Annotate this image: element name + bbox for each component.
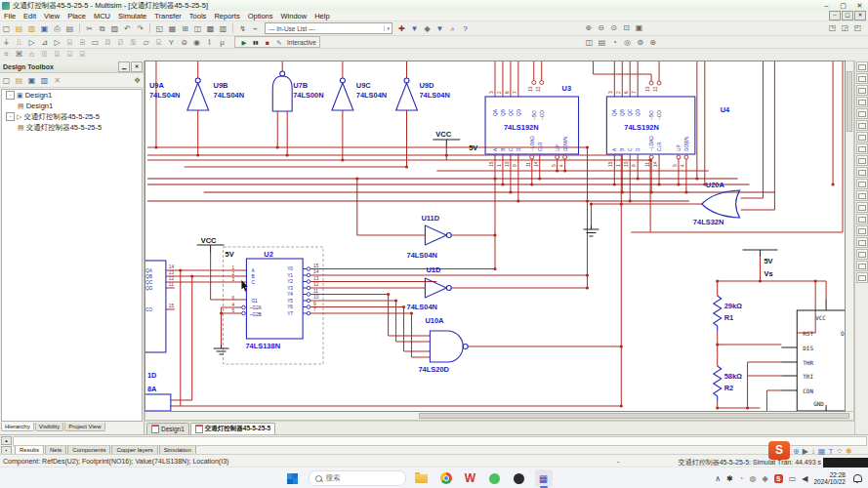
- interactive-label[interactable]: Interactive: [287, 39, 316, 46]
- toggle-grid-icon[interactable]: ◱: [154, 23, 165, 34]
- tree-expander[interactable]: -: [6, 91, 15, 100]
- menu-reports[interactable]: Reports: [210, 12, 243, 20]
- bus-icon[interactable]: ⌁: [250, 23, 261, 34]
- schematic-canvas[interactable]: U9A74LS04NU9B74LS04NU7B74LS00NU9C74LS04N…: [145, 61, 846, 412]
- breadboard-icon[interactable]: ◰: [852, 22, 863, 33]
- save-icon[interactable]: ▣: [39, 23, 50, 34]
- transistor-icon[interactable]: ⊿: [39, 37, 50, 48]
- print-icon[interactable]: ⎙: [52, 23, 62, 34]
- function-generator-instrument-button[interactable]: [856, 73, 868, 84]
- tab-Visibility[interactable]: Visibility: [35, 423, 64, 431]
- goto-parent-icon[interactable]: ⌂: [26, 49, 37, 60]
- bus-vector-icon[interactable]: ⍗: [52, 49, 62, 60]
- undo-icon[interactable]: ↶: [122, 23, 133, 34]
- cut-icon[interactable]: ✂: [84, 23, 95, 34]
- probe-settings-icon[interactable]: ◎: [622, 37, 633, 48]
- chrome-icon[interactable]: [437, 469, 455, 487]
- print-preview-icon[interactable]: ▤: [64, 23, 75, 34]
- word-generator-instrument-button[interactable]: [856, 143, 868, 154]
- toolbox-new-icon[interactable]: ▢: [1, 75, 12, 86]
- minimize-button[interactable]: –: [818, 2, 835, 10]
- iv-analyzer-instrument-button[interactable]: [856, 179, 868, 189]
- mixed-icon[interactable]: ⌼: [103, 37, 113, 48]
- cmos-icon[interactable]: ⌹: [77, 37, 88, 48]
- network-analyzer-instrument-button[interactable]: [856, 214, 868, 224]
- current-clamp-instrument-button[interactable]: [856, 272, 868, 283]
- overlay-text-icon[interactable]: T: [828, 447, 833, 456]
- toolbox-options-icon[interactable]: ❖: [132, 75, 143, 86]
- taskbar-clock[interactable]: 22:28 2024/10/22: [813, 471, 846, 486]
- new-sheet-icon[interactable]: ⌘: [14, 49, 24, 60]
- distortion-analyzer-instrument-button[interactable]: [856, 190, 868, 201]
- spreadsheet-expand-button[interactable]: ▴: [1, 436, 12, 445]
- overlay-download-icon[interactable]: ↓: [811, 447, 815, 456]
- paste-icon[interactable]: ▨: [109, 23, 120, 34]
- tree-expander[interactable]: -: [6, 112, 15, 121]
- tree-item[interactable]: -▣Design1: [2, 90, 142, 101]
- new-component-icon[interactable]: ✚: [396, 23, 407, 34]
- pause-simulation-button[interactable]: ▮▮: [251, 37, 261, 48]
- toolbox-open-icon[interactable]: ▤: [14, 75, 24, 86]
- design-toolbox-icon[interactable]: ▩: [205, 23, 216, 34]
- taskbar-search[interactable]: 搜索: [309, 470, 406, 486]
- advanced-peripherals-icon[interactable]: ⌻: [153, 37, 164, 48]
- menu-transfer[interactable]: Transfer: [150, 12, 186, 20]
- basic-icon[interactable]: ⎍: [14, 37, 24, 48]
- grapher-icon[interactable]: ◫: [584, 37, 595, 48]
- subcircuit-icon[interactable]: ⍐: [39, 49, 50, 60]
- tray-expand-icon[interactable]: ∧: [715, 474, 721, 483]
- probe-icon[interactable]: ◔: [609, 37, 620, 48]
- analog-icon[interactable]: ▷: [52, 37, 62, 48]
- agilent-function-generator-instrument-button[interactable]: [856, 225, 868, 236]
- indicator-icon[interactable]: ⍁: [115, 37, 126, 48]
- mcu-icon[interactable]: μ: [217, 37, 227, 48]
- menu-help[interactable]: Help: [310, 12, 333, 20]
- electromechanical-icon[interactable]: ⊜: [179, 37, 189, 48]
- spectrum-analyzer-instrument-button[interactable]: [856, 202, 868, 213]
- menu-simulate[interactable]: Simulate: [114, 12, 150, 20]
- mdi-close-button[interactable]: ✕: [854, 11, 866, 20]
- app-dark-icon[interactable]: [511, 469, 528, 487]
- toolbox-save-icon[interactable]: ▣: [26, 75, 37, 86]
- maximize-button[interactable]: ▢: [835, 2, 851, 10]
- rf-icon[interactable]: Y: [166, 37, 177, 48]
- logic-icon[interactable]: ◲: [840, 22, 850, 33]
- menu-place[interactable]: Place: [63, 12, 90, 20]
- current-probe-icon[interactable]: ⊕: [647, 37, 658, 48]
- horizontal-scrollbar[interactable]: [145, 412, 854, 421]
- four-channel-oscilloscope-instrument-button[interactable]: [856, 108, 868, 119]
- multisim-taskbar-icon[interactable]: ▦: [535, 469, 553, 487]
- close-button[interactable]: ✕: [851, 2, 868, 10]
- tray-vpn-icon[interactable]: ◔: [739, 474, 744, 483]
- tab-交通灯控制器45-5-25-5[interactable]: 交通灯控制器45-5-25-5: [190, 423, 275, 434]
- overlay-settings-icon[interactable]: ✱: [846, 447, 852, 456]
- file-explorer-icon[interactable]: [413, 469, 431, 487]
- vertical-scrollbar[interactable]: [846, 61, 854, 412]
- tektronix-oscilloscope-instrument-button[interactable]: [856, 261, 868, 271]
- tab-Design1[interactable]: Design1: [146, 423, 189, 434]
- analyses-icon[interactable]: ▤: [597, 37, 607, 48]
- transfer-icon[interactable]: ▼: [434, 23, 445, 34]
- overlay-cursor-icon[interactable]: ▶: [803, 447, 808, 456]
- tray-volume-icon[interactable]: ◀: [802, 474, 807, 483]
- wattmeter-instrument-button[interactable]: [856, 85, 868, 96]
- zoom-in-icon[interactable]: ⊕: [583, 22, 594, 33]
- stop-simulation-button[interactable]: ■: [263, 37, 272, 48]
- menu-view[interactable]: View: [40, 12, 63, 20]
- source-icon[interactable]: ⏚: [1, 37, 12, 48]
- oscilloscope-instrument-button[interactable]: [856, 97, 868, 107]
- wire-icon[interactable]: ↯: [237, 23, 248, 34]
- open-samples-icon[interactable]: ▥: [26, 23, 37, 34]
- tray-drive-icon[interactable]: ◆: [763, 474, 768, 483]
- wps-icon[interactable]: W: [462, 469, 479, 487]
- multimeter-instrument-button[interactable]: [856, 61, 868, 72]
- toolbox-save-all-icon[interactable]: ▥: [39, 75, 50, 86]
- zoom-area-icon[interactable]: ⊙: [608, 22, 619, 33]
- wechat-icon[interactable]: [486, 469, 504, 487]
- logic-analyzer-instrument-button[interactable]: [856, 167, 868, 178]
- power-icon[interactable]: ⍂: [128, 37, 139, 48]
- tray-display-icon[interactable]: ▭: [789, 474, 797, 483]
- overlay-grid-icon[interactable]: ⁘: [836, 447, 843, 456]
- zoom-sheet-icon[interactable]: ▣: [634, 22, 644, 33]
- agilent-oscilloscope-instrument-button[interactable]: [856, 249, 868, 260]
